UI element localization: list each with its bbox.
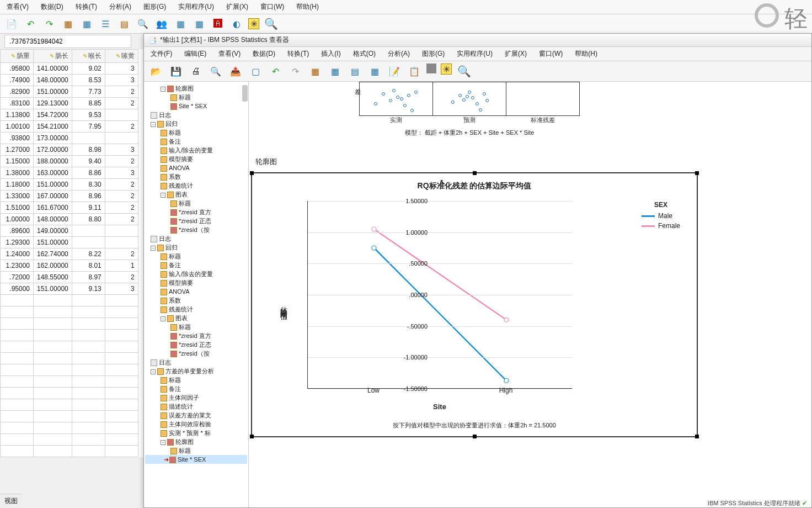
goto-icon[interactable]: 👥 <box>154 17 169 31</box>
outline-node[interactable]: 标题 <box>145 199 247 208</box>
table-row[interactable]: 1.24000162.740008.222 <box>1 248 138 260</box>
outline-node[interactable]: *zresid 正态 <box>145 216 247 225</box>
redo2-icon[interactable]: ↷ <box>287 64 303 79</box>
vars-icon[interactable]: 🅰 <box>211 17 225 31</box>
table-row[interactable]: 1.29300151.00000 <box>1 237 138 248</box>
menu-item[interactable]: 实用程序(U) <box>457 49 493 59</box>
menu-item[interactable]: 扩展(X) <box>226 2 248 12</box>
outline-node[interactable]: 标题 <box>145 322 247 331</box>
table-row[interactable]: .89600149.00000 <box>1 225 138 237</box>
save-icon[interactable]: 💾 <box>168 64 184 79</box>
menu-item[interactable]: 查看(V) <box>218 49 241 59</box>
column-header[interactable]: ✎嗉黄 <box>105 50 138 63</box>
table-row[interactable]: 1.33000167.000008.962 <box>1 190 138 202</box>
menu-item[interactable]: 图形(G) <box>422 49 445 59</box>
outline-node[interactable]: -轮廓图 <box>145 437 247 446</box>
print-preview-icon[interactable]: 🔍 <box>208 64 223 79</box>
table-row[interactable]: .72000148.550008.972 <box>1 272 138 283</box>
data-editor-menu-bar[interactable]: 查看(V)数据(D)转换(T)分析(A)图形(G)实用程序(U)扩展(X)窗口(… <box>0 0 812 14</box>
outline-node[interactable]: *zresid 正态 <box>145 340 247 349</box>
table-row[interactable]: 1.15000188.000009.402 <box>1 156 138 167</box>
goto-data-icon[interactable]: ▦ <box>307 64 323 79</box>
outline-node[interactable]: -回归 <box>145 119 247 128</box>
outline-node[interactable]: 模型摘要 <box>145 155 247 163</box>
search2-icon[interactable]: 🔍 <box>456 64 472 79</box>
redo-icon[interactable]: ↷ <box>42 17 56 31</box>
designate-icon[interactable] <box>426 64 436 73</box>
table1-icon[interactable]: ▦ <box>173 17 188 31</box>
outline-node[interactable]: 模型摘要 <box>145 278 247 287</box>
menu-item[interactable]: 转换(T) <box>76 2 97 12</box>
export-icon[interactable]: 📤 <box>228 64 243 79</box>
weight-icon[interactable]: ✳ <box>248 18 259 29</box>
cell-value-input[interactable] <box>4 35 131 48</box>
table-row[interactable]: .74900148.000008.533 <box>1 75 138 86</box>
menu-item[interactable]: 文件(F) <box>151 49 172 59</box>
menu-item[interactable]: 数据(D) <box>41 2 63 12</box>
column-header[interactable]: ✎肠重 <box>1 50 34 63</box>
search-icon[interactable]: 🔍 <box>264 17 278 31</box>
table-row[interactable]: 1.23000162.000008.011 <box>1 260 138 272</box>
outline-node[interactable]: *zresid（按 <box>145 225 247 234</box>
outline-node[interactable]: -轮廓图 <box>145 84 247 93</box>
data-editor-toolbar[interactable]: 📄 ↶ ↷ ▦ ▦ ☰ ▤ 🔍 👥 ▦ ▦ 🅰 ◐ ✳ 🔍 <box>0 14 812 34</box>
outline-node[interactable]: 系数 <box>145 172 247 181</box>
menu-item[interactable]: 窗口(W) <box>260 2 284 12</box>
outline-node[interactable]: 输入/除去的变量 <box>145 269 247 278</box>
viewer-titlebar[interactable]: 📑 *输出1 [文档1] - IBM SPSS Statistics 查看器 <box>144 34 811 47</box>
menu-item[interactable]: 实用程序(U) <box>178 2 214 12</box>
select-icon[interactable]: ◐ <box>229 17 244 31</box>
outline-node[interactable]: -图表 <box>145 314 247 322</box>
table-row[interactable]: 1.18000151.000008.302 <box>1 179 138 190</box>
outline-node[interactable]: 日志 <box>145 110 247 119</box>
outline-node[interactable]: ANOVA <box>145 163 247 172</box>
table-row[interactable]: .93800173.00000 <box>1 133 138 144</box>
table-row[interactable]: .83100129.130008.852 <box>1 98 138 109</box>
table-row[interactable]: 1.00100154.210007.952 <box>1 121 138 133</box>
menu-item[interactable]: 图形(G) <box>143 2 166 12</box>
menu-item[interactable]: 查看(V) <box>7 2 29 12</box>
viewer-menu-bar[interactable]: 文件(F)编辑(E)查看(V)数据(D)转换(T)插入(I)格式(O)分析(A)… <box>144 47 811 61</box>
outline-node[interactable]: 标题 <box>145 128 247 137</box>
table-row[interactable]: .95000151.000009.133 <box>1 283 138 295</box>
outline-node[interactable]: ANOVA <box>145 287 247 296</box>
outline-node[interactable]: 日志 <box>145 358 247 367</box>
outline-node[interactable]: 误差方差的莱文 <box>145 411 247 420</box>
menu-item[interactable]: 插入(I) <box>321 49 340 59</box>
goto-case-icon[interactable]: ▦ <box>327 64 343 79</box>
find-icon[interactable]: 🔍 <box>136 17 150 31</box>
table-row[interactable]: 1.38000163.000008.863 <box>1 167 138 179</box>
outline-node[interactable]: 备注 <box>145 137 247 146</box>
outline-node[interactable]: *zresid 直方 <box>145 331 247 340</box>
table-row[interactable]: 1.00000148.000008.802 <box>1 214 138 225</box>
insert-icon[interactable]: 📝 <box>387 64 402 79</box>
column-header[interactable]: ✎肠长 <box>34 50 72 63</box>
dialog-recall-icon[interactable]: ▢ <box>248 64 263 79</box>
table2-icon[interactable]: ▦ <box>192 17 206 31</box>
outline-tree[interactable]: -轮廓图标题Site * SEX日志-回归标题备注输入/除去的变量模型摘要ANO… <box>144 82 249 507</box>
open-icon[interactable]: 📄 <box>4 17 19 31</box>
weight2-icon[interactable]: ✳ <box>441 64 452 75</box>
grid1-icon[interactable]: ▦ <box>61 17 75 31</box>
insert2-icon[interactable]: 📋 <box>407 64 422 79</box>
column-header[interactable]: ✎喉长 <box>72 50 105 63</box>
table-row[interactable]: 1.13800154.720009.53 <box>1 109 138 121</box>
table-row[interactable]: .95800141.000009.023 <box>1 63 138 75</box>
menu-item[interactable]: 帮助(H) <box>575 49 597 59</box>
outline-node[interactable]: -方差的单变量分析 <box>145 367 247 375</box>
outline-node[interactable]: 输入/除去的变量 <box>145 146 247 155</box>
menu-item[interactable]: 转换(T) <box>287 49 309 59</box>
outline-node[interactable]: 残差统计 <box>145 181 247 190</box>
outline-node[interactable]: 描述统计 <box>145 402 247 411</box>
select2-icon[interactable]: ▦ <box>367 64 382 79</box>
menu-item[interactable]: 分析(A) <box>109 2 131 12</box>
outline-node[interactable]: *zresid 直方 <box>145 208 247 216</box>
outline-node[interactable]: 实测 * 预测 * 标 <box>145 428 247 437</box>
outline-node[interactable]: 系数 <box>145 296 247 305</box>
outline-node[interactable]: 主体间因子 <box>145 393 247 402</box>
grid2-icon[interactable]: ▦ <box>79 17 94 31</box>
menu-item[interactable]: 分析(A) <box>388 49 410 59</box>
menu-item[interactable]: 帮助(H) <box>296 2 319 12</box>
table-row[interactable]: .82900151.000007.732 <box>1 86 138 98</box>
outline-node[interactable]: *zresid（按 <box>145 349 247 358</box>
